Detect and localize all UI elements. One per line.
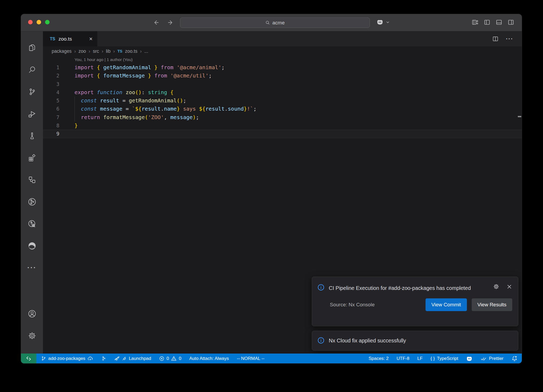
errors-count: 0 (167, 356, 169, 361)
git-branch-status[interactable]: add-zoo-packages (41, 356, 93, 361)
view-commit-button[interactable]: View Commit (426, 298, 467, 311)
notifications-bell[interactable] (511, 355, 518, 361)
more-views-icon[interactable]: ··· (21, 257, 43, 279)
run-debug-icon[interactable] (21, 103, 43, 125)
typescript-file-icon: TS (117, 49, 122, 53)
code-line[interactable]: 4export function zoo(): string { (43, 88, 522, 97)
line-number: 6 (43, 105, 59, 113)
activity-bar: ··· (21, 31, 43, 354)
git-graph-icon (101, 356, 106, 361)
notification-settings-gear-icon[interactable] (493, 283, 500, 290)
eol-status[interactable]: LF (417, 356, 423, 361)
code-lines: 1import { getRandomAnimal } from '@acme/… (43, 63, 522, 138)
close-window-button[interactable] (28, 20, 33, 24)
extensions-icon[interactable] (21, 147, 43, 169)
back-arrow-icon[interactable] (152, 18, 160, 27)
notification-close-icon[interactable] (506, 284, 512, 290)
view-results-button[interactable]: View Results (472, 298, 512, 311)
breadcrumb-more[interactable]: ... (144, 49, 148, 54)
code-line[interactable]: 9 (43, 130, 522, 138)
nx-console-icon[interactable] (21, 191, 43, 213)
overview-ruler-cursor-mark (518, 116, 521, 117)
copilot-status[interactable] (466, 355, 472, 362)
auto-attach-status[interactable]: Auto Attach: Always (189, 356, 229, 361)
breadcrumb-item[interactable]: lib (106, 49, 111, 54)
remote-indicator[interactable] (21, 354, 36, 363)
braces-icon: { } (431, 356, 435, 361)
notification-message: CI Pipeline Execution for #add-zoo-packa… (329, 283, 481, 293)
launchpad-status[interactable]: Launchpad (114, 356, 151, 361)
toggle-panel-icon[interactable] (496, 19, 502, 25)
line-number: 4 (43, 88, 59, 97)
chevron-right-icon: › (113, 49, 115, 54)
chevron-right-icon: › (74, 49, 76, 54)
zoom-window-button[interactable] (45, 20, 50, 24)
toggle-secondary-sidebar-icon[interactable] (508, 19, 514, 25)
encoding-status[interactable]: UTF-8 (397, 356, 409, 361)
source-control-icon[interactable] (21, 81, 43, 103)
git-blame-annotation: You, 1 hour ago | 1 author (You) (43, 56, 522, 63)
line-number: 9 (43, 130, 59, 138)
testing-icon[interactable] (21, 125, 43, 147)
warnings-icon (171, 356, 177, 361)
notification-source: Source: Nx Console (330, 302, 375, 308)
language-mode-status[interactable]: { } TypeScript (431, 356, 458, 361)
copilot-icon (376, 19, 383, 25)
git-graph-status[interactable] (101, 356, 106, 361)
code-line[interactable]: 3 (43, 80, 522, 88)
code-line[interactable]: 2import { formatMessage } from '@acme/ut… (43, 72, 522, 80)
command-center-search[interactable]: acme (180, 18, 370, 28)
chevron-right-icon: › (102, 49, 103, 54)
copilot-icon (466, 355, 472, 362)
account-icon[interactable] (21, 303, 43, 325)
problems-status[interactable]: 0 0 (159, 356, 181, 361)
indentation-status[interactable]: Spaces: 2 (369, 356, 389, 361)
code-line[interactable]: 7 return formatMessage('ZOO', message); (43, 113, 522, 121)
forward-arrow-icon[interactable] (166, 18, 175, 27)
warnings-count: 0 (179, 356, 181, 361)
remote-icon (26, 356, 32, 361)
code-line[interactable]: 8} (43, 121, 522, 130)
breadcrumb-file[interactable]: zoo.ts (125, 49, 138, 54)
split-editor-icon[interactable] (492, 36, 498, 42)
tab-close-icon[interactable]: × (89, 36, 93, 42)
status-bar: add-zoo-packages Launchpad 0 0 Auto Atta… (21, 354, 522, 363)
line-number: 8 (43, 121, 59, 130)
branch-name: add-zoo-packages (48, 356, 85, 361)
code-text: import { formatMessage } from '@acme/uti… (59, 72, 212, 80)
breadcrumb[interactable]: packages › zoo › src › lib › TS zoo.ts ›… (52, 46, 522, 56)
formatter-status[interactable]: Prettier (480, 355, 503, 362)
code-line[interactable]: 5 const result = getRandomAnimal(); (43, 97, 522, 105)
vscode-window: acme (21, 14, 522, 363)
notification-ci-pipeline: CI Pipeline Execution for #add-zoo-packa… (312, 277, 518, 326)
notification-nx-cloud-fix: Nx Cloud fix applied successfully (312, 331, 518, 351)
minimize-window-button[interactable] (37, 20, 41, 24)
typescript-file-icon: TS (50, 37, 55, 41)
tab-zoo-ts[interactable]: TS zoo.ts × (43, 31, 97, 46)
publish-cloud-icon (87, 356, 93, 361)
line-number: 3 (43, 80, 59, 88)
customize-layout-icon[interactable] (472, 19, 478, 25)
breadcrumb-item[interactable]: src (93, 49, 99, 54)
nx-cloud-icon[interactable] (21, 213, 43, 235)
settings-gear-icon[interactable] (21, 325, 43, 347)
copilot-menu[interactable] (376, 19, 390, 25)
breadcrumb-item[interactable]: zoo (78, 49, 86, 54)
code-text: const message = `${result.name} says ${r… (59, 105, 256, 113)
double-check-icon (480, 355, 487, 362)
explorer-icon[interactable] (21, 37, 43, 59)
search-view-icon[interactable] (21, 59, 43, 81)
line-number: 2 (43, 72, 59, 80)
code-line[interactable]: 1import { getRandomAnimal } from '@acme/… (43, 63, 522, 72)
chevron-right-icon: › (89, 49, 90, 54)
line-number: 5 (43, 97, 59, 105)
vim-mode-status[interactable]: -- NORMAL -- (237, 356, 264, 361)
breadcrumb-item[interactable]: packages (52, 49, 72, 54)
edge-browser-icon[interactable] (21, 235, 43, 257)
code-text: export function zoo(): string { (59, 88, 173, 97)
code-line[interactable]: 6 const message = `${result.name} says $… (43, 105, 522, 113)
toggle-primary-sidebar-icon[interactable] (484, 19, 490, 25)
editor-actions-more-icon[interactable]: ··· (506, 36, 513, 42)
project-structure-icon[interactable] (21, 169, 43, 191)
line-number: 1 (43, 63, 59, 72)
